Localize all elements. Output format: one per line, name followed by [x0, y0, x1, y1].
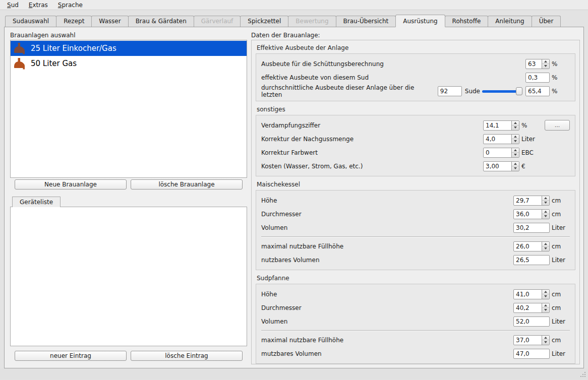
spin-up-button[interactable] — [512, 148, 519, 153]
tab-rohstoffe[interactable]: Rohstoffe — [445, 16, 489, 27]
arrow-up-icon — [544, 337, 547, 339]
tab-sudauswahl[interactable]: Sudauswahl — [5, 16, 56, 27]
slider-handle[interactable] — [516, 87, 522, 95]
spin-up-button[interactable] — [542, 303, 549, 308]
group-title-sudpfanne: Sudpfanne — [256, 274, 575, 284]
spin-up-button[interactable] — [542, 210, 549, 215]
nutzbares-volumen-field[interactable]: 26,5 — [513, 255, 550, 265]
durchmesser-spinbox-value[interactable]: 36,0 — [514, 210, 542, 219]
arrow-down-icon — [544, 65, 547, 67]
spin-buttons — [511, 148, 519, 157]
spin-down-button[interactable] — [542, 246, 549, 251]
spin-up-button[interactable] — [542, 242, 549, 247]
kosten-wasser-strom-gas-etc-spinbox-value[interactable]: 3,00 — [484, 162, 511, 171]
spin-down-button[interactable] — [512, 139, 519, 144]
brauanlage-item[interactable]: 25 Liter Einkocher/Gas — [11, 41, 247, 56]
spin-up-button[interactable] — [512, 162, 519, 167]
field-label-korrektur-der-nachgussmenge: Korrektur der Nachgussmenge — [261, 136, 483, 143]
spin-down-button[interactable] — [542, 214, 549, 219]
loesche-eintrag-button[interactable]: lösche Eintrag — [131, 351, 243, 361]
brauanlage-item[interactable]: 50 Liter Gas — [11, 56, 247, 71]
button-slot: ... — [540, 120, 570, 131]
spin-up-button[interactable] — [512, 121, 519, 126]
mutzbares-volumen-field[interactable]: 47,0 — [513, 349, 550, 359]
field-label-korrektur-farbwert: Korrektur Farbwert — [261, 149, 483, 156]
spin-down-button[interactable] — [542, 294, 549, 299]
korrektur-farbwert-spinbox-value[interactable]: 0 — [484, 148, 511, 157]
durchmesser-spinbox[interactable]: 36,0 — [513, 209, 550, 219]
settings-row: maximal nutzbare Füllhöhe26,0cm — [261, 239, 570, 253]
tab-bewertung: Bewertung — [288, 16, 336, 27]
spin-up-button[interactable] — [512, 135, 519, 140]
neue-brauanlage-button[interactable]: Neue Brauanlage — [15, 179, 127, 189]
durchschnitt-ausbeute-field[interactable]: 65,4 — [525, 86, 550, 96]
arrow-down-icon — [544, 309, 547, 311]
arrow-up-icon — [514, 149, 517, 151]
tab-spickzettel[interactable]: Spickzettel — [240, 16, 288, 27]
settings-row: Durchmesser36,0cm — [261, 207, 570, 221]
spin-buttons — [511, 121, 519, 130]
spin-up-button[interactable] — [542, 290, 549, 295]
spin-down-button[interactable] — [512, 125, 519, 130]
höhe-spinbox-value[interactable]: 29,7 — [514, 196, 542, 205]
maximal-nutzbare-füllhöhe-spinbox[interactable]: 26,0 — [513, 241, 550, 251]
volumen-field[interactable]: 30,2 — [513, 223, 550, 233]
sude-unit-label: Sude — [462, 88, 482, 95]
höhe-spinbox-value[interactable]: 41,0 — [514, 290, 542, 299]
field-label-durchmesser: Durchmesser — [261, 304, 513, 311]
höhe-spinbox[interactable]: 41,0 — [513, 289, 550, 299]
ausbeute-für-die-schüttungsberechnung-spinbox-value[interactable]: 63 — [526, 59, 542, 69]
menu-item-extras[interactable]: Extras — [25, 1, 52, 9]
resize-grip-icon[interactable] — [580, 371, 586, 378]
kosten-wasser-strom-gas-etc-spinbox[interactable]: 3,00 — [483, 161, 519, 171]
spin-down-button[interactable] — [512, 153, 519, 157]
volumen-field[interactable]: 52,0 — [513, 316, 550, 327]
ausbeute-für-die-schüttungsberechnung-spinbox[interactable]: 63 — [525, 59, 550, 69]
spin-down-button[interactable] — [542, 308, 549, 312]
menu-item-sprache[interactable]: Sprache — [54, 1, 87, 9]
neuer-eintrag-button[interactable]: neuer Eintrag — [15, 351, 127, 361]
spin-down-button[interactable] — [542, 340, 549, 345]
maximal-nutzbare-füllhöhe-spinbox[interactable]: 37,0 — [513, 335, 550, 345]
tab-brau-übersicht[interactable]: Brau-Übersicht — [336, 16, 396, 27]
spin-down-button[interactable] — [542, 64, 549, 69]
spin-down-button[interactable] — [542, 201, 549, 205]
tab-wasser[interactable]: Wasser — [91, 16, 128, 27]
durchmesser-spinbox-value[interactable]: 40,2 — [514, 303, 542, 312]
korrektur-farbwert-spinbox[interactable]: 0 — [483, 148, 519, 158]
verdampfungsziffer-spinbox[interactable]: 14,1 — [483, 120, 519, 131]
spin-buttons — [542, 196, 549, 205]
arrow-down-icon — [544, 341, 547, 343]
spin-up-button[interactable] — [542, 196, 549, 201]
spin-up-button[interactable] — [542, 59, 549, 65]
tab-ausrüstung[interactable]: Ausrüstung — [395, 15, 445, 27]
maximal-nutzbare-füllhöhe-spinbox-value[interactable]: 26,0 — [514, 242, 542, 251]
unit-label: % — [550, 88, 570, 95]
korrektur-der-nachgussmenge-spinbox-value[interactable]: 4,0 — [484, 135, 511, 144]
maximal-nutzbare-füllhöhe-spinbox-value[interactable]: 37,0 — [514, 336, 542, 345]
durchschnitt-ausbeute-slider[interactable] — [482, 87, 522, 96]
tab-anleitung[interactable]: Anleitung — [488, 16, 532, 27]
unit-label: € — [519, 163, 540, 170]
effektive-ausbeute-von-diesem-sud-field[interactable]: 0,3 — [525, 73, 550, 83]
settings-row: Kosten (Wasser, Strom, Gas, etc.)3,00€ — [261, 159, 570, 173]
tab-geraeteliste[interactable]: Geräteliste — [12, 197, 61, 207]
sude-count-field[interactable]: 92 — [438, 86, 462, 96]
verdampfungsziffer-more-button[interactable]: ... — [545, 120, 570, 131]
tab-rezept[interactable]: Rezept — [56, 16, 92, 27]
unit-label: cm — [550, 243, 570, 250]
höhe-spinbox[interactable]: 29,7 — [513, 196, 550, 206]
verdampfungsziffer-spinbox-value[interactable]: 14,1 — [484, 121, 511, 130]
unit-label: cm — [550, 211, 570, 218]
tab-brau-gärdaten[interactable]: Brau & Gärdaten — [128, 16, 194, 27]
settings-row: Korrektur der Nachgussmenge4,0Liter — [261, 132, 570, 146]
spin-up-button[interactable] — [542, 336, 549, 341]
field-label-mutzbares-volumen: mutzbares Volumen — [261, 350, 513, 357]
korrektur-der-nachgussmenge-spinbox[interactable]: 4,0 — [483, 134, 519, 144]
menu-item-sud[interactable]: Sud — [3, 1, 23, 9]
durchmesser-spinbox[interactable]: 40,2 — [513, 303, 550, 313]
spin-down-button[interactable] — [512, 166, 519, 171]
unit-label: Liter — [550, 350, 570, 357]
loesche-brauanlage-button[interactable]: lösche Brauanlage — [131, 179, 243, 189]
tab-über[interactable]: Über — [532, 16, 561, 27]
